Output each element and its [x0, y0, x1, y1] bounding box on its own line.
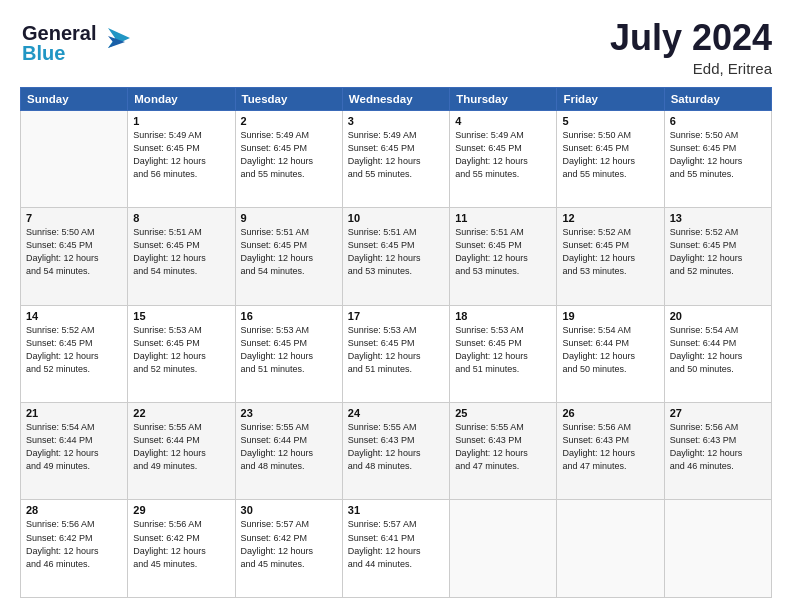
day-number: 15 — [133, 310, 229, 322]
day-header-thursday: Thursday — [450, 87, 557, 110]
calendar-cell: 18Sunrise: 5:53 AMSunset: 6:45 PMDayligh… — [450, 305, 557, 402]
day-number: 17 — [348, 310, 444, 322]
day-header-sunday: Sunday — [21, 87, 128, 110]
calendar-cell: 5Sunrise: 5:50 AMSunset: 6:45 PMDaylight… — [557, 110, 664, 207]
calendar-cell: 10Sunrise: 5:51 AMSunset: 6:45 PMDayligh… — [342, 208, 449, 305]
month-year-title: July 2024 — [610, 18, 772, 58]
calendar-table: SundayMondayTuesdayWednesdayThursdayFrid… — [20, 87, 772, 598]
day-detail: Sunrise: 5:49 AMSunset: 6:45 PMDaylight:… — [133, 129, 229, 181]
day-number: 23 — [241, 407, 337, 419]
logo-text: General Blue — [20, 18, 130, 70]
day-detail: Sunrise: 5:56 AMSunset: 6:42 PMDaylight:… — [26, 518, 122, 570]
day-detail: Sunrise: 5:51 AMSunset: 6:45 PMDaylight:… — [455, 226, 551, 278]
calendar-cell: 31Sunrise: 5:57 AMSunset: 6:41 PMDayligh… — [342, 500, 449, 598]
calendar-week-row: 21Sunrise: 5:54 AMSunset: 6:44 PMDayligh… — [21, 403, 772, 500]
day-number: 13 — [670, 212, 766, 224]
day-number: 4 — [455, 115, 551, 127]
day-number: 24 — [348, 407, 444, 419]
day-detail: Sunrise: 5:51 AMSunset: 6:45 PMDaylight:… — [133, 226, 229, 278]
day-number: 11 — [455, 212, 551, 224]
calendar-cell: 12Sunrise: 5:52 AMSunset: 6:45 PMDayligh… — [557, 208, 664, 305]
page: General Blue July 2024 Edd, Eritrea Sund… — [0, 0, 792, 612]
day-number: 29 — [133, 504, 229, 516]
day-header-saturday: Saturday — [664, 87, 771, 110]
day-number: 27 — [670, 407, 766, 419]
day-detail: Sunrise: 5:49 AMSunset: 6:45 PMDaylight:… — [241, 129, 337, 181]
day-header-wednesday: Wednesday — [342, 87, 449, 110]
calendar-cell: 14Sunrise: 5:52 AMSunset: 6:45 PMDayligh… — [21, 305, 128, 402]
calendar-cell: 21Sunrise: 5:54 AMSunset: 6:44 PMDayligh… — [21, 403, 128, 500]
day-number: 28 — [26, 504, 122, 516]
day-detail: Sunrise: 5:55 AMSunset: 6:44 PMDaylight:… — [133, 421, 229, 473]
calendar-cell: 9Sunrise: 5:51 AMSunset: 6:45 PMDaylight… — [235, 208, 342, 305]
day-detail: Sunrise: 5:53 AMSunset: 6:45 PMDaylight:… — [133, 324, 229, 376]
day-number: 1 — [133, 115, 229, 127]
day-detail: Sunrise: 5:52 AMSunset: 6:45 PMDaylight:… — [670, 226, 766, 278]
day-number: 7 — [26, 212, 122, 224]
day-number: 21 — [26, 407, 122, 419]
day-number: 30 — [241, 504, 337, 516]
day-detail: Sunrise: 5:56 AMSunset: 6:43 PMDaylight:… — [670, 421, 766, 473]
day-number: 9 — [241, 212, 337, 224]
day-detail: Sunrise: 5:54 AMSunset: 6:44 PMDaylight:… — [26, 421, 122, 473]
calendar-week-row: 28Sunrise: 5:56 AMSunset: 6:42 PMDayligh… — [21, 500, 772, 598]
day-detail: Sunrise: 5:53 AMSunset: 6:45 PMDaylight:… — [348, 324, 444, 376]
calendar-cell: 11Sunrise: 5:51 AMSunset: 6:45 PMDayligh… — [450, 208, 557, 305]
day-number: 26 — [562, 407, 658, 419]
calendar-cell: 1Sunrise: 5:49 AMSunset: 6:45 PMDaylight… — [128, 110, 235, 207]
calendar-cell: 28Sunrise: 5:56 AMSunset: 6:42 PMDayligh… — [21, 500, 128, 598]
day-detail: Sunrise: 5:54 AMSunset: 6:44 PMDaylight:… — [562, 324, 658, 376]
location-subtitle: Edd, Eritrea — [610, 60, 772, 77]
calendar-cell: 13Sunrise: 5:52 AMSunset: 6:45 PMDayligh… — [664, 208, 771, 305]
calendar-week-row: 1Sunrise: 5:49 AMSunset: 6:45 PMDaylight… — [21, 110, 772, 207]
calendar-cell — [21, 110, 128, 207]
day-detail: Sunrise: 5:51 AMSunset: 6:45 PMDaylight:… — [241, 226, 337, 278]
svg-text:General: General — [22, 22, 96, 44]
day-number: 8 — [133, 212, 229, 224]
calendar-cell: 27Sunrise: 5:56 AMSunset: 6:43 PMDayligh… — [664, 403, 771, 500]
day-detail: Sunrise: 5:55 AMSunset: 6:44 PMDaylight:… — [241, 421, 337, 473]
day-detail: Sunrise: 5:56 AMSunset: 6:43 PMDaylight:… — [562, 421, 658, 473]
calendar-cell: 6Sunrise: 5:50 AMSunset: 6:45 PMDaylight… — [664, 110, 771, 207]
calendar-cell: 16Sunrise: 5:53 AMSunset: 6:45 PMDayligh… — [235, 305, 342, 402]
calendar-week-row: 14Sunrise: 5:52 AMSunset: 6:45 PMDayligh… — [21, 305, 772, 402]
calendar-cell: 7Sunrise: 5:50 AMSunset: 6:45 PMDaylight… — [21, 208, 128, 305]
header: General Blue July 2024 Edd, Eritrea — [20, 18, 772, 77]
calendar-cell: 26Sunrise: 5:56 AMSunset: 6:43 PMDayligh… — [557, 403, 664, 500]
day-detail: Sunrise: 5:50 AMSunset: 6:45 PMDaylight:… — [26, 226, 122, 278]
title-block: July 2024 Edd, Eritrea — [610, 18, 772, 77]
day-detail: Sunrise: 5:53 AMSunset: 6:45 PMDaylight:… — [455, 324, 551, 376]
calendar-cell: 20Sunrise: 5:54 AMSunset: 6:44 PMDayligh… — [664, 305, 771, 402]
day-detail: Sunrise: 5:50 AMSunset: 6:45 PMDaylight:… — [670, 129, 766, 181]
day-number: 5 — [562, 115, 658, 127]
calendar-cell: 30Sunrise: 5:57 AMSunset: 6:42 PMDayligh… — [235, 500, 342, 598]
day-detail: Sunrise: 5:52 AMSunset: 6:45 PMDaylight:… — [562, 226, 658, 278]
calendar-cell — [664, 500, 771, 598]
day-number: 18 — [455, 310, 551, 322]
day-number: 3 — [348, 115, 444, 127]
day-number: 16 — [241, 310, 337, 322]
calendar-cell: 8Sunrise: 5:51 AMSunset: 6:45 PMDaylight… — [128, 208, 235, 305]
day-number: 12 — [562, 212, 658, 224]
calendar-week-row: 7Sunrise: 5:50 AMSunset: 6:45 PMDaylight… — [21, 208, 772, 305]
day-detail: Sunrise: 5:54 AMSunset: 6:44 PMDaylight:… — [670, 324, 766, 376]
day-header-tuesday: Tuesday — [235, 87, 342, 110]
day-detail: Sunrise: 5:51 AMSunset: 6:45 PMDaylight:… — [348, 226, 444, 278]
calendar-cell: 19Sunrise: 5:54 AMSunset: 6:44 PMDayligh… — [557, 305, 664, 402]
day-detail: Sunrise: 5:57 AMSunset: 6:41 PMDaylight:… — [348, 518, 444, 570]
calendar-cell: 25Sunrise: 5:55 AMSunset: 6:43 PMDayligh… — [450, 403, 557, 500]
calendar-cell: 23Sunrise: 5:55 AMSunset: 6:44 PMDayligh… — [235, 403, 342, 500]
day-detail: Sunrise: 5:50 AMSunset: 6:45 PMDaylight:… — [562, 129, 658, 181]
day-number: 31 — [348, 504, 444, 516]
day-detail: Sunrise: 5:49 AMSunset: 6:45 PMDaylight:… — [348, 129, 444, 181]
svg-text:Blue: Blue — [22, 42, 65, 64]
logo: General Blue — [20, 18, 130, 70]
calendar-cell: 4Sunrise: 5:49 AMSunset: 6:45 PMDaylight… — [450, 110, 557, 207]
day-detail: Sunrise: 5:55 AMSunset: 6:43 PMDaylight:… — [348, 421, 444, 473]
day-detail: Sunrise: 5:56 AMSunset: 6:42 PMDaylight:… — [133, 518, 229, 570]
day-detail: Sunrise: 5:52 AMSunset: 6:45 PMDaylight:… — [26, 324, 122, 376]
day-header-monday: Monday — [128, 87, 235, 110]
day-number: 10 — [348, 212, 444, 224]
calendar-cell: 24Sunrise: 5:55 AMSunset: 6:43 PMDayligh… — [342, 403, 449, 500]
calendar-cell: 17Sunrise: 5:53 AMSunset: 6:45 PMDayligh… — [342, 305, 449, 402]
